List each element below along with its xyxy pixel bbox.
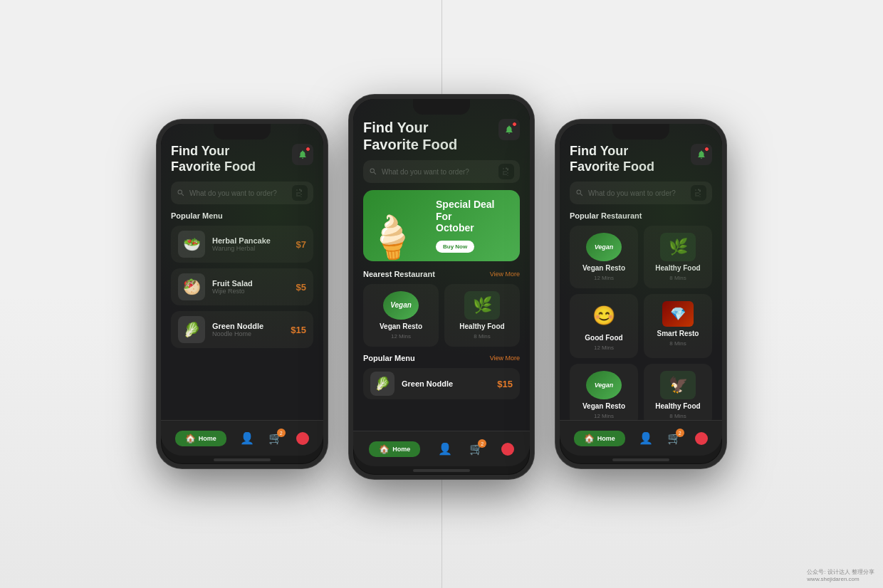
menu-name-2: Green Noddle — [212, 322, 283, 330]
nav-profile-middle[interactable] — [501, 443, 514, 456]
vegan-resto-name-middle: Vegan Resto — [380, 322, 422, 330]
vegan-resto-time-middle: 12 Mins — [391, 333, 411, 340]
filter-icon-left — [296, 189, 304, 197]
bottom-nav-left: 🏠 Home 👤 🛒 2 — [161, 420, 323, 456]
good-food-name-right: Good Food — [585, 334, 622, 342]
content-left: Find Your Favorite Food What do you want… — [161, 124, 323, 420]
nav-cart-middle[interactable]: 🛒 2 — [469, 442, 484, 456]
resto-vegan-right[interactable]: Vegan Vegan Resto 12 Mins — [570, 226, 638, 288]
promo-banner[interactable]: 🍦 Special Deal For October Buy Now — [363, 190, 520, 261]
page-title-right: Find Your Favorite Food — [570, 144, 654, 174]
menu-img-2: 🥬 — [178, 316, 205, 343]
smart-name-right: Smart Resto — [657, 330, 699, 337]
nav-home-label-middle: Home — [392, 446, 410, 453]
menu-name-1: Fruit Salad — [212, 279, 289, 288]
nav-home-right[interactable]: 🏠 Home — [574, 431, 625, 446]
resto-card-healthy-middle[interactable]: 🌿 Healthy Food 8 Mins — [444, 284, 520, 347]
nav-user-left[interactable]: 👤 — [240, 431, 254, 445]
menu-sub-1: Wijie Resto — [212, 288, 289, 295]
menu-item-1[interactable]: 🥙 Fruit Salad Wijie Resto $5 — [171, 268, 313, 305]
nav-user-middle[interactable]: 👤 — [438, 442, 452, 456]
resto-smart-right[interactable]: 💎 Smart Resto 8 Mins — [644, 294, 712, 358]
menu-bottom-name: Green Noddle — [402, 379, 490, 388]
screen-left: Find Your Favorite Food What do you want… — [161, 124, 323, 456]
vegan2-name-right: Vegan Resto — [582, 402, 625, 410]
filter-button-middle[interactable] — [498, 164, 514, 179]
menu-bottom-img: 🥬 — [370, 372, 395, 396]
healthy-time-right: 8 Mins — [669, 275, 686, 281]
menu-price-2: $15 — [291, 325, 306, 335]
menu-name-0: Herbal Pancake — [212, 236, 289, 245]
notification-dot-middle — [512, 122, 517, 127]
cart-badge-left: 2 — [277, 429, 286, 437]
page-title-left: Find Your Favorite Food — [171, 144, 256, 174]
bell-button-left[interactable] — [292, 144, 313, 165]
bell-button-middle[interactable] — [498, 119, 520, 140]
menu-info-2: Green Noddle Noodle Home — [212, 322, 283, 337]
header-right: Find Your Favorite Food — [570, 144, 712, 174]
phone-middle: Find Your Favorite Food What do you want… — [349, 95, 534, 479]
menu-item-0[interactable]: 🥗 Herbal Pancake Warung Herbal $7 — [171, 226, 313, 263]
menu-img-0: 🥗 — [178, 231, 205, 258]
search-icon-left — [177, 189, 185, 197]
menu-bottom-info: Green Noddle — [402, 379, 490, 388]
phone-right: Find Your Favorite Food What do you want… — [555, 120, 726, 468]
view-more-popular[interactable]: View More — [490, 355, 520, 362]
notification-dot-left — [305, 147, 310, 152]
healthy-food-name-middle: Healthy Food — [459, 322, 504, 330]
search-bar-middle[interactable]: What do you want to order? — [363, 160, 520, 183]
nav-profile-right[interactable] — [695, 432, 708, 445]
menu-bottom-price: $15 — [497, 379, 513, 389]
healthy-food-time-middle: 8 Mins — [474, 333, 491, 340]
menu-item-2[interactable]: 🥬 Green Noddle Noodle Home $15 — [171, 311, 313, 348]
filter-button-right[interactable] — [691, 185, 706, 201]
buy-now-button[interactable]: Buy Now — [436, 241, 474, 253]
nav-home-left[interactable]: 🏠 Home — [175, 431, 226, 446]
popular-menu-label-middle: Popular Menu View More — [363, 354, 520, 362]
home-indicator-middle — [413, 469, 470, 472]
nav-user-right[interactable]: 👤 — [639, 431, 653, 445]
resto-good-right[interactable]: 😊 Good Food 12 Mins — [570, 294, 638, 358]
bell-button-right[interactable] — [691, 144, 712, 165]
screen-right: Find Your Favorite Food What do you want… — [560, 124, 722, 456]
bottom-nav-middle: 🏠 Home 👤 🛒 2 — [353, 431, 530, 466]
cart-badge-right: 2 — [676, 429, 684, 437]
menu-img-1: 🥙 — [178, 273, 205, 300]
search-bar-left[interactable]: What do you want to order? — [171, 182, 313, 204]
vegan-name-right: Vegan Resto — [582, 264, 625, 272]
search-bar-right[interactable]: What do you want to order? — [570, 182, 712, 204]
resto-healthy-right[interactable]: 🌿 Healthy Food 8 Mins — [644, 226, 712, 288]
menu-price-0: $7 — [296, 239, 306, 250]
phone-left: Find Your Favorite Food What do you want… — [157, 120, 328, 468]
resto-healthy2-right[interactable]: 🦅 Healthy Food 8 Mins — [644, 364, 712, 420]
banner-text: Special Deal For October Buy Now — [436, 199, 511, 253]
home-indicator-right — [612, 458, 669, 461]
phones-container: Find Your Favorite Food What do you want… — [157, 109, 726, 479]
search-icon-middle — [369, 167, 377, 176]
nav-cart-right[interactable]: 🛒 2 — [667, 431, 681, 445]
good-food-logo-right: 😊 — [586, 301, 622, 330]
screen-middle: Find Your Favorite Food What do you want… — [353, 99, 530, 466]
menu-price-1: $5 — [296, 282, 306, 293]
vegan-logo-middle: Vegan — [383, 291, 419, 320]
view-more-nearest[interactable]: View More — [490, 271, 520, 278]
nav-home-middle[interactable]: 🏠 Home — [369, 441, 420, 457]
healthy-logo-middle: 🌿 — [464, 291, 500, 320]
header-middle: Find Your Favorite Food — [363, 119, 520, 153]
home-indicator-left — [214, 458, 271, 461]
healthy-logo2-right: 🦅 — [660, 371, 696, 399]
healthy-name-right: Healthy Food — [655, 264, 700, 272]
nav-profile-left[interactable] — [296, 432, 309, 445]
filter-button-left[interactable] — [292, 185, 308, 201]
menu-bottom-item[interactable]: 🥬 Green Noddle $15 — [363, 368, 520, 399]
header-left: Find Your Favorite Food — [171, 144, 313, 174]
menu-sub-0: Warung Herbal — [212, 245, 289, 252]
resto-vegan2-right[interactable]: Vegan Vegan Resto 12 Mins — [570, 364, 638, 420]
healthy2-name-right: Healthy Food — [655, 402, 700, 410]
nav-cart-left[interactable]: 🛒 2 — [268, 431, 283, 445]
resto-card-vegan-middle[interactable]: Vegan Vegan Resto 12 Mins — [363, 284, 439, 347]
notch-right — [612, 124, 669, 140]
notch-middle — [413, 99, 470, 115]
ice-cream-image: 🍦 — [364, 211, 419, 261]
vegan-logo2-right: Vegan — [586, 371, 622, 399]
